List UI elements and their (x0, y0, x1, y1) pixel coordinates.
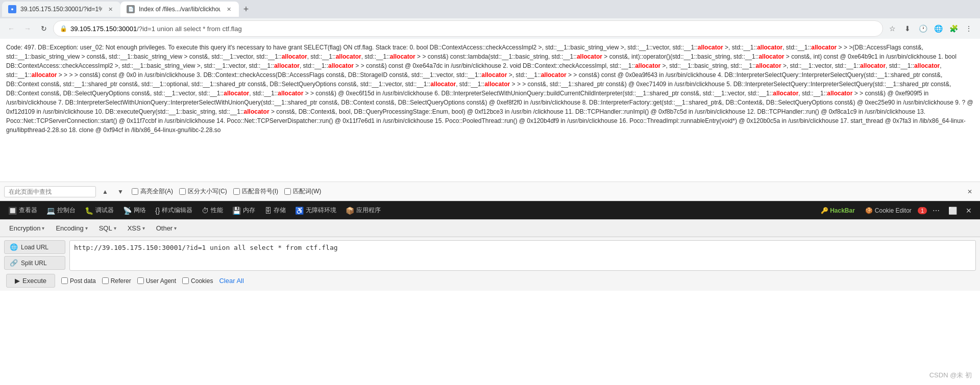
split-url-button[interactable]: 🔗 Split URL (4, 256, 65, 270)
devtools-undock-button[interactable]: ⬜ (945, 203, 960, 218)
find-case-sensitive[interactable]: 区分大小写(C) (179, 187, 227, 196)
referer-checkbox-group[interactable]: Referer (102, 277, 131, 285)
extension-2[interactable]: 🧩 (946, 21, 961, 36)
execute-button[interactable]: ▶ Execute (6, 274, 55, 288)
menu-xss[interactable]: XSS ▾ (122, 222, 150, 234)
cookies-checkbox-group[interactable]: Cookies (182, 277, 213, 285)
load-url-button[interactable]: 🌐 Load URL (4, 240, 65, 254)
download-button[interactable]: ⬇ (900, 21, 915, 36)
omnibox-host: 39.105.175.150 (70, 25, 116, 33)
hackbar-checkboxes: Post data Referer User Agent Cookies (61, 277, 213, 285)
cookie-editor-icon: 🍪 (865, 207, 873, 214)
tab-1-close[interactable]: ✕ (106, 5, 114, 13)
devtools-network[interactable]: 📡 网络 (119, 204, 150, 217)
hackbar-panel: Encryption ▾ Encoding ▾ SQL ▾ XSS ▾ Othe… (0, 219, 980, 291)
post-data-checkbox[interactable] (61, 277, 68, 284)
storage-icon: 🗄 (264, 207, 272, 215)
encoding-label: Encoding (56, 224, 83, 232)
devtools-a11y[interactable]: ♿ 无障碍环境 (291, 204, 340, 217)
cookie-editor-tab[interactable]: 🍪 Cookie Editor (861, 205, 916, 216)
case-sensitive-checkbox[interactable] (179, 188, 186, 195)
a11y-label: 无障碍环境 (306, 206, 336, 215)
match-accent-label: 匹配音符号(I) (242, 187, 278, 196)
highlight-allocator-17: allocator (541, 71, 567, 79)
highlight-allocator-15: allocator (31, 71, 57, 79)
devtools-inspector[interactable]: 🔲 查看器 (4, 204, 41, 217)
xss-label: XSS (128, 224, 141, 232)
omnibox[interactable]: 🔒 39.105.175.150:30001/?id=1 union all s… (53, 20, 883, 37)
match-accent-checkbox[interactable] (233, 188, 240, 195)
find-next-button[interactable]: ▼ (114, 186, 127, 198)
user-agent-label: User Agent (146, 277, 176, 285)
highlight-allocator-9: allocator (274, 62, 300, 69)
menu-other[interactable]: Other ▾ (151, 222, 182, 234)
settings-button[interactable]: ⋮ (962, 21, 976, 36)
find-input[interactable] (4, 186, 96, 197)
page-content: Code: 497. DB::Exception: user_02: Not e… (0, 39, 980, 182)
browser-chrome: ● 39.105.175.150:30001/?id=1%20... ✕ 📄 I… (0, 0, 980, 39)
devtools-storage[interactable]: 🗄 存储 (260, 204, 290, 217)
new-tab-button[interactable]: + (239, 2, 253, 16)
clear-all-link[interactable]: Clear All (219, 277, 243, 285)
address-bar: ← → ↻ 🔒 39.105.175.150:30001/?id=1 union… (0, 18, 980, 39)
style-editor-label: 样式编辑器 (162, 206, 192, 215)
tab-1-title: 39.105.175.150:30001/?id=1%20... (20, 6, 102, 13)
load-url-label: Load URL (21, 244, 48, 251)
apps-icon: 📦 (346, 207, 354, 215)
referer-checkbox[interactable] (102, 277, 109, 284)
post-data-checkbox-group[interactable]: Post data (61, 277, 96, 285)
user-agent-checkbox[interactable] (137, 277, 144, 284)
extension-1[interactable]: 🌐 (931, 21, 945, 36)
highlight-allocator-10: allocator (328, 62, 354, 69)
reload-button[interactable]: ↻ (37, 21, 51, 36)
devtools-more-button[interactable]: ⋯ (929, 203, 943, 218)
menu-encoding[interactable]: Encoding ▾ (51, 222, 92, 234)
find-options: 高亮全部(A) 区分大小写(C) 匹配音符号(I) 匹配词(W) (132, 187, 321, 196)
omnibox-url-text: 39.105.175.150:30001/?id=1 union all sel… (70, 25, 242, 33)
forward-button[interactable]: → (20, 21, 35, 36)
back-button[interactable]: ← (4, 21, 18, 36)
post-data-label: Post data (70, 277, 96, 285)
user-agent-checkbox-group[interactable]: User Agent (137, 277, 176, 285)
highlight-all-checkbox[interactable] (132, 188, 138, 195)
hackbar-content: 🌐 Load URL 🔗 Split URL http://39.105.175… (0, 237, 980, 291)
tab-bar: ● 39.105.175.150:30001/?id=1%20... ✕ 📄 I… (0, 0, 980, 18)
load-url-icon: 🌐 (10, 243, 18, 251)
find-match-word[interactable]: 匹配词(W) (284, 187, 321, 196)
history-button[interactable]: 🕐 (916, 21, 930, 36)
watermark: CSDN @未 初 (929, 371, 972, 380)
devtools-debugger[interactable]: 🐛 调试器 (81, 204, 118, 217)
tab-1[interactable]: ● 39.105.175.150:30001/?id=1%20... ✕ (2, 2, 120, 17)
find-prev-button[interactable]: ▲ (99, 186, 111, 198)
find-close-button[interactable]: ✕ (964, 186, 976, 198)
highlight-allocator-8: allocator (758, 53, 784, 60)
find-match-accent[interactable]: 匹配音符号(I) (233, 187, 278, 196)
highlight-allocator-4: allocator (282, 53, 307, 60)
performance-label: 性能 (211, 206, 223, 215)
tab-2-close[interactable]: ✕ (225, 5, 233, 13)
highlight-allocator-21: allocator (278, 90, 303, 97)
match-word-checkbox[interactable] (284, 188, 291, 195)
menu-encryption[interactable]: Encryption ▾ (4, 222, 50, 234)
other-chevron: ▾ (174, 225, 177, 231)
devtools-apps[interactable]: 📦 应用程序 (341, 204, 385, 217)
hackbar-tab[interactable]: 🔑 HackBar (817, 205, 859, 216)
tab-2[interactable]: 📄 Index of /files.../var/lib/clickhouse.… (120, 2, 239, 17)
hackbar-url-textarea[interactable]: http://39.105.175.150:30001/?id=1 union … (69, 240, 976, 271)
lock-icon: 🔒 (60, 25, 67, 32)
menu-sql[interactable]: SQL ▾ (94, 222, 121, 234)
devtools-style-editor[interactable]: {} 样式编辑器 (151, 204, 197, 217)
network-label: 网络 (134, 206, 146, 215)
cookies-checkbox[interactable] (182, 277, 189, 284)
highlight-allocator-14: allocator (914, 62, 940, 69)
toolbar-right: ☆ ⬇ 🕐 🌐 🧩 ⋮ (885, 21, 976, 36)
bookmark-button[interactable]: ☆ (885, 21, 899, 36)
devtools-performance[interactable]: ⏱ 性能 (198, 204, 227, 217)
tab-2-title: Index of /files.../var/lib/clickhouse... (139, 6, 220, 13)
debugger-icon: 🐛 (85, 207, 93, 215)
find-highlight-all[interactable]: 高亮全部(A) (132, 187, 173, 196)
devtools-close-button[interactable]: ✕ (962, 203, 976, 218)
highlight-allocator-22: allocator (773, 90, 798, 97)
devtools-console[interactable]: 💻 控制台 (42, 204, 80, 217)
devtools-memory[interactable]: 💾 内存 (228, 204, 259, 217)
